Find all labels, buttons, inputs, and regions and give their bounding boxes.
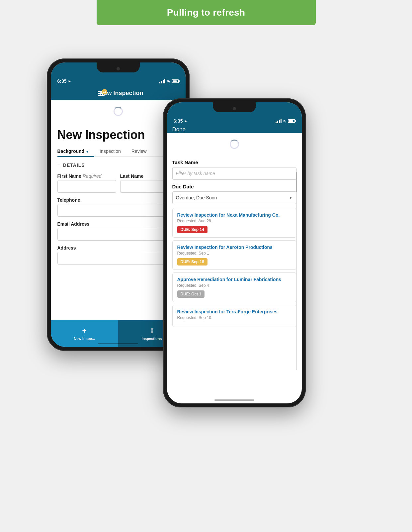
battery-left <box>172 79 179 83</box>
location-icon-right: ► <box>184 119 188 123</box>
camera-left <box>117 67 120 70</box>
signal-bars-left <box>159 79 165 83</box>
home-indicator-right <box>214 399 254 401</box>
email-input[interactable] <box>57 228 179 241</box>
telephone-group: Telephone <box>57 197 179 217</box>
spinner-right <box>230 140 239 149</box>
tab-arrow: ▼ <box>86 150 89 154</box>
address-group: Address <box>57 245 179 265</box>
loading-spinner-right <box>167 133 302 156</box>
task-requested: Requested: Sep 4 <box>177 283 291 288</box>
task-title: Review Inspection for TerraForge Enterpr… <box>177 309 291 314</box>
tab-bar-left: Background ▼ Inspection Review <box>57 146 179 157</box>
address-input[interactable] <box>57 252 179 265</box>
time-left: 6:35 <box>57 78 67 84</box>
due-date-filter-section: Due Date Overdue, Due Soon ▼ <box>172 184 296 204</box>
task-name-input[interactable]: Filter by task name <box>172 167 296 180</box>
inspections-label: Inspections <box>141 337 162 341</box>
spinner-left <box>114 107 123 116</box>
due-badge: DUE: Sep 18 <box>177 258 207 266</box>
location-icon-left: ► <box>68 79 72 83</box>
phone-right-screen: 6:35 ► ∿ Done <box>167 102 302 403</box>
home-indicator-left <box>98 343 138 344</box>
task-requested: Requested: Sep 1 <box>177 251 291 256</box>
due-date-select[interactable]: Overdue, Due Soon ▼ <box>172 191 296 204</box>
address-label: Address <box>57 245 179 251</box>
details-section-header: ≡ DETAILS <box>57 162 179 168</box>
telephone-input[interactable] <box>57 204 179 217</box>
task-title: Review Inspection for Aeroton Production… <box>177 245 291 250</box>
task-card[interactable]: Review Inspection for Nexa Manufacturing… <box>172 208 296 238</box>
task-card[interactable]: Review Inspection for TerraForge Enterpr… <box>172 305 296 327</box>
notification-badge: 16 <box>102 89 107 94</box>
tab-review[interactable]: Review <box>131 146 152 157</box>
due-badge: DUE: Oct 1 <box>177 290 205 298</box>
due-date-value: Overdue, Due Soon <box>176 195 217 200</box>
tab-background[interactable]: Background ▼ <box>57 146 94 157</box>
details-title: DETAILS <box>63 162 85 168</box>
task-name-placeholder: Filter by task name <box>176 171 215 176</box>
banner-text: Pulling to refresh <box>167 7 245 18</box>
scrollbar-thumb <box>296 172 297 192</box>
nav-bar-left: 16 New Inspection <box>51 86 186 100</box>
first-name-group: First Name Required <box>57 173 116 193</box>
pull-to-refresh-banner: Pulling to refresh <box>97 0 316 25</box>
new-inspection-icon: + <box>82 327 87 335</box>
scrollbar-right[interactable] <box>296 169 297 370</box>
email-group: Email Address <box>57 221 179 241</box>
menu-button[interactable]: 16 <box>98 91 105 96</box>
new-inspection-label: New Inspe... <box>74 337 95 341</box>
required-text: Required <box>83 173 102 179</box>
nav-bar-right: Done <box>167 126 302 133</box>
camera-right <box>233 107 236 110</box>
task-card[interactable]: Review Inspection for Aeroton Production… <box>172 240 296 270</box>
wifi-icon-right: ∿ <box>283 119 287 124</box>
task-requested: Requested: Aug 28 <box>177 219 291 223</box>
page-title-left: New Inspection <box>57 128 179 142</box>
first-name-label: First Name Required <box>57 173 116 179</box>
battery-right <box>288 119 295 123</box>
chevron-down-icon: ▼ <box>289 195 293 200</box>
task-name-filter-section: Task Name Filter by task name <box>172 160 296 180</box>
due-badge: DUE: Sep 14 <box>177 226 207 233</box>
done-button[interactable]: Done <box>172 126 186 133</box>
task-requested: Requested: Sep 10 <box>177 315 291 320</box>
details-icon: ≡ <box>57 162 60 168</box>
task-title: Approve Remediation for Luminar Fabricat… <box>177 277 291 282</box>
wifi-icon-left: ∿ <box>167 79 170 84</box>
signal-bars-right <box>276 119 282 123</box>
email-label: Email Address <box>57 221 179 227</box>
name-field-row: First Name Required Last Name <box>57 173 179 193</box>
right-content: Task Name Filter by task name Due Date O… <box>167 156 302 334</box>
tab-inspection[interactable]: Inspection <box>100 146 126 157</box>
due-date-label: Due Date <box>172 184 296 189</box>
first-name-input[interactable] <box>57 180 116 193</box>
time-right: 6:35 <box>174 118 183 124</box>
task-card[interactable]: Approve Remediation for Luminar Fabricat… <box>172 272 296 302</box>
phones-area: 6:35 ► ∿ 16 Ne <box>40 32 372 524</box>
phone-right: 6:35 ► ∿ Done <box>163 98 306 407</box>
task-cards-container: Review Inspection for Nexa Manufacturing… <box>172 208 296 327</box>
inspections-icon: ⁞ <box>151 327 153 335</box>
telephone-label: Telephone <box>57 197 179 203</box>
task-name-label: Task Name <box>172 160 296 165</box>
task-title: Review Inspection for Nexa Manufacturing… <box>177 212 291 218</box>
